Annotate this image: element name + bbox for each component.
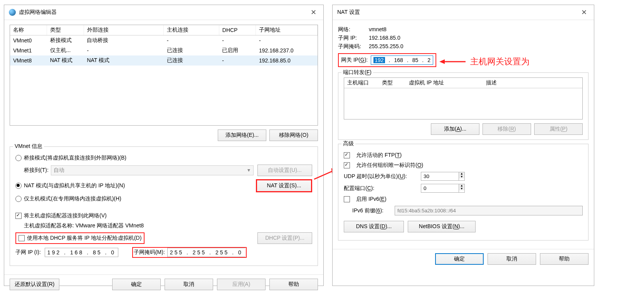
close-icon[interactable]: ✕ xyxy=(308,8,319,17)
subnet-mask-label: 子网掩码: xyxy=(338,43,369,50)
advanced-label: 高级 xyxy=(341,140,355,147)
port-forward-group: 端口转发(F) 主机端口 类型 虚拟机 IP 地址 描述 添加(A)... 移除… xyxy=(338,72,589,140)
add-network-button[interactable]: 添加网络(E)... xyxy=(218,129,266,141)
dns-settings-button[interactable]: DNS 设置(D)... xyxy=(344,221,404,232)
col-ext[interactable]: 外部连接 xyxy=(84,25,163,35)
vhost-adapter-checkbox[interactable] xyxy=(15,213,22,219)
config-port-label: 配置端口(C): xyxy=(344,185,417,192)
dhcp-checkbox[interactable] xyxy=(18,235,25,241)
restore-defaults-button[interactable]: 还原默认设置(R) xyxy=(10,279,59,290)
hostonly-label: 仅主机模式(在专用网络内连接虚拟机)(H) xyxy=(24,195,121,202)
cancel-button[interactable]: 取消 xyxy=(165,279,213,290)
help-button[interactable]: 帮助 xyxy=(540,253,589,265)
ipv6-label: 启用 IPv6(E) xyxy=(356,196,387,203)
titlebar[interactable]: 虚拟网络编辑器 ✕ xyxy=(4,5,323,20)
help-button[interactable]: 帮助 xyxy=(269,279,318,290)
window-title: 虚拟网络编辑器 xyxy=(19,9,57,16)
nat-settings-button[interactable]: NAT 设置(S)... xyxy=(256,179,312,192)
udp-timeout-stepper[interactable]: ▲▼ xyxy=(421,172,465,181)
network-value: vmnet8 xyxy=(369,26,387,33)
gateway-ip-input[interactable]: 192.168.85.2 xyxy=(371,55,433,65)
config-port-stepper[interactable]: ▲▼ xyxy=(421,184,465,193)
col-type[interactable]: 类型 xyxy=(47,25,84,35)
vhost-adapter-label: 将主机虚拟适配器连接到此网络(V) xyxy=(24,212,107,219)
network-label: 网络: xyxy=(338,26,369,33)
network-table[interactable]: 名称 类型 外部连接 主机连接 DHCP 子网地址 VMnet0桥接模式自动桥接… xyxy=(10,25,318,126)
col-name[interactable]: 名称 xyxy=(10,25,47,35)
ipv6-prefix-label: IPv6 前缀(6): xyxy=(352,207,391,214)
table-row[interactable]: VMnet1仅主机...-已连接已启用192.168.237.0 xyxy=(10,45,318,55)
svg-marker-3 xyxy=(439,59,445,64)
port-forward-list[interactable] xyxy=(344,88,582,119)
nat-label: NAT 模式(与虚拟机共享主机的 IP 地址)(N) xyxy=(24,182,125,188)
oui-label: 允许任何组织唯一标识符(O) xyxy=(356,162,423,169)
footer: 还原默认设置(R) 确定 取消 应用(A) 帮助 xyxy=(4,274,323,294)
cancel-button[interactable]: 取消 xyxy=(488,253,536,265)
dhcp-label: 使用本地 DHCP 服务将 IP 地址分配给虚拟机(D) xyxy=(27,235,141,242)
udp-timeout-label: UDP 超时(以秒为单位)(U): xyxy=(344,173,417,180)
auto-settings-button: 自动设置(U)... xyxy=(257,165,312,176)
table-row[interactable]: VMnet8NAT 模式NAT 模式已连接-192.168.85.0 xyxy=(10,55,318,66)
dhcp-settings-button: DHCP 设置(P)... xyxy=(257,232,312,244)
subnet-mask-value: 255.255.255.0 xyxy=(369,43,404,50)
bridge-to-label: 桥接到(T): xyxy=(24,167,49,174)
port-forward-header: 主机端口 类型 虚拟机 IP 地址 描述 xyxy=(344,78,582,88)
vhost-adapter-name: 主机虚拟适配器名称: VMware 网络适配器 VMnet8 xyxy=(24,222,144,229)
col-host[interactable]: 主机连接 xyxy=(164,25,219,35)
oui-checkbox[interactable] xyxy=(344,162,350,168)
vmnet-info-label: VMnet 信息 xyxy=(13,143,44,150)
add-button[interactable]: 添加(A)... xyxy=(431,123,479,135)
globe-icon xyxy=(9,9,16,16)
annotation: 主机网关设置为 xyxy=(439,56,530,67)
ipv6-checkbox[interactable] xyxy=(344,196,350,202)
bridge-label: 桥接模式(将虚拟机直接连接到外部网络)(B) xyxy=(24,155,126,161)
ftp-checkbox[interactable] xyxy=(344,152,350,158)
nat-radio[interactable] xyxy=(15,183,22,189)
apply-button: 应用(A) xyxy=(217,279,266,290)
subnet-ip-label: 子网 IP (I): xyxy=(15,249,41,256)
svg-line-0 xyxy=(314,171,333,179)
ipv6-prefix-input xyxy=(395,206,583,215)
col-subnet[interactable]: 子网地址 xyxy=(256,25,318,35)
ok-button[interactable]: 确定 xyxy=(112,279,161,290)
window-title: NAT 设置 xyxy=(337,9,360,16)
bridge-to-select: 自动 xyxy=(51,165,254,175)
nat-settings-window: NAT 设置 ✕ 网络:vmnet8 子网 IP:192.168.85.0 子网… xyxy=(332,5,594,286)
virtual-network-editor-window: 虚拟网络编辑器 ✕ 名称 类型 外部连接 主机连接 DHCP 子网地址 VMne… xyxy=(4,5,324,286)
gateway-ip-label: 网关 IP(G): xyxy=(341,57,368,64)
remove-network-button[interactable]: 移除网络(O) xyxy=(269,129,318,141)
bridge-radio[interactable] xyxy=(15,155,22,161)
ok-button[interactable]: 确定 xyxy=(435,253,484,265)
subnet-ip-value: 192.168.85.0 xyxy=(369,35,400,42)
subnet-ip-input[interactable]: 192 . 168 . 85 . 0 xyxy=(45,248,118,257)
vmnet-info-group: VMnet 信息 桥接模式(将虚拟机直接连接到外部网络)(B) 桥接到(T): … xyxy=(10,146,318,266)
down-icon: ▼ xyxy=(459,187,464,190)
close-icon[interactable]: ✕ xyxy=(579,8,589,17)
titlebar[interactable]: NAT 设置 ✕ xyxy=(333,5,594,20)
ftp-label: 允许活动的 FTP(T) xyxy=(356,152,402,159)
remove-button: 移除(R) xyxy=(483,123,531,135)
col-dhcp[interactable]: DHCP xyxy=(219,25,256,35)
port-forward-label: 端口转发(F) xyxy=(341,69,373,76)
footer: 确定 取消 帮助 xyxy=(333,249,594,269)
advanced-group: 高级 允许活动的 FTP(T) 允许任何组织唯一标识符(O) UDP 超时(以秒… xyxy=(338,144,589,240)
subnet-mask-label: 子网掩码(M): xyxy=(134,249,165,256)
down-icon: ▼ xyxy=(459,175,464,178)
annotation-text: 主机网关设置为 xyxy=(470,56,530,67)
table-row[interactable]: VMnet0桥接模式自动桥接--- xyxy=(10,35,318,46)
hostonly-radio[interactable] xyxy=(15,196,22,202)
properties-button: 属性(P) xyxy=(534,123,583,135)
netbios-settings-button[interactable]: NetBIOS 设置(N)... xyxy=(408,221,476,232)
subnet-mask-input[interactable]: 255 . 255 . 255 . 0 xyxy=(167,248,245,257)
subnet-ip-label: 子网 IP: xyxy=(338,35,369,42)
arrow-left-icon xyxy=(439,58,466,66)
